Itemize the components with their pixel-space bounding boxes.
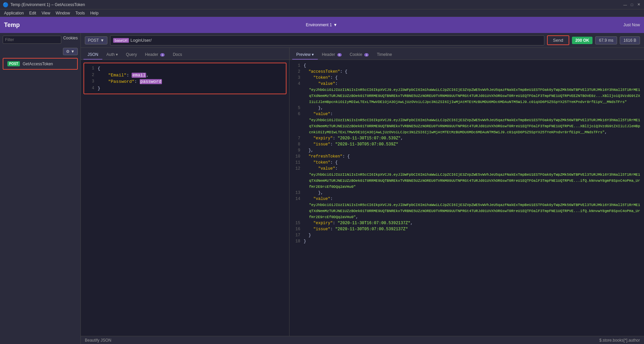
cookies-button[interactable]: Cookies [63,36,78,44]
method-chevron-icon: ▼ [100,38,104,43]
env-chevron-icon: ▼ [333,23,337,27]
close-button[interactable]: ✕ [636,2,641,7]
resp-line-14: 14 "value": [292,196,641,202]
code-line-2: 2 "Email": email, [86,72,284,79]
bottom-bar: Beautify JSON $.store.books[*].author [81,336,644,344]
env-label: Environment 1 [306,23,332,27]
resp-line-12b: "eyJhbGciOiJIUzI1NiIsInR5cCI6IkpXVCJ9.ey… [292,172,641,190]
code-line-3: 3 "Password": password [86,78,284,85]
tab-header[interactable]: Header 1 [141,50,169,60]
maximize-button[interactable]: □ [629,2,635,7]
env-dropdown[interactable]: Environment 1 ▼ [306,23,337,27]
content-area: Cookies ⚙ ▼ POST GetAccessToken POST ▼ [0,33,644,344]
sidebar-actions: ⚙ ▼ [0,46,80,57]
base-url-badge: baseUrl [113,38,129,43]
jsonpath-label: $.store.books[*].author [599,338,640,343]
request-panel: JSON Auth ▾ Query Header 1 Docs 1 { [81,48,290,336]
minimize-button[interactable]: — [622,2,628,7]
resp-line-14b: "eyJhbGciOiJIUzI1NiIsInR5cCI6IkpXVCJ9.ey… [292,202,641,220]
code-line-4: 4 } [86,85,284,92]
tab-preview[interactable]: Preview ▾ [292,50,318,60]
request-code-editor[interactable]: 1 { 2 "Email": email, 3 "Password": pass… [81,60,289,336]
top-bar: Temp Environment 1 ▼ Just Now [0,17,644,33]
resp-line-9: 9 }, [292,147,641,153]
tab-docs[interactable]: Docs [169,50,186,60]
window-controls: — □ ✕ [622,2,641,7]
menu-application[interactable]: Application [1,10,27,16]
resp-line-5: 5 }, [292,105,641,111]
resp-line-4: 4 "value": [292,81,641,87]
beautify-label[interactable]: Beautify JSON [85,338,111,343]
time-badge: 67.9 ms [595,36,617,44]
request-tab-bar: JSON Auth ▾ Query Header 1 Docs [81,48,289,60]
main-panel: POST ▼ baseUrl LoginUser/ Send 200 OK 67… [81,33,644,344]
resp-line-6b: "eyJhbGciOiJIUzI1NiIsInR5cCI6IkpXVCJ9.ey… [292,117,641,135]
action-dropdown-button[interactable]: ⚙ ▼ [63,48,78,55]
menu-bar: Application Edit View Window Tools Help [0,9,644,17]
size-badge: 1616 B [620,36,640,44]
resp-line-4b: "eyJhbGciOiJIUzI1NiIsInR5cCI6IkpXVCJ9.ey… [292,87,641,105]
resp-line-11: 11 "token": { [292,160,641,166]
app-icon: 🔵 [3,2,8,7]
resp-line-18: 18} [292,238,641,244]
tab-auth[interactable]: Auth ▾ [102,50,122,60]
panels-container: JSON Auth ▾ Query Header 1 Docs 1 { [81,48,644,336]
sidebar-filter-area: Cookies [0,33,80,46]
response-code-area[interactable]: 1{ 2 "accessToken": { 3 "token": { 4 "va… [290,60,644,336]
resp-line-16: 16 "issue": "2020-11-30T05:07:00.5392137… [292,226,641,232]
method-select[interactable]: POST ▼ [85,36,107,44]
menu-edit[interactable]: Edit [27,10,39,16]
menu-view[interactable]: View [39,10,53,16]
response-panel: Preview ▾ Header 5 Cookie 1 Timeline 1{ … [290,48,644,336]
resp-line-6: 6 "value": [292,111,641,117]
resp-line-8: 8 "issue": "2020-11-30T05:07:00.539Z" [292,141,641,147]
resp-line-2: 2 "accessToken": { [292,69,641,75]
menu-tools[interactable]: Tools [73,10,88,16]
resp-line-13: 13 }, [292,190,641,196]
menu-window[interactable]: Window [53,10,73,16]
url-bar: baseUrl LoginUser/ [110,35,544,45]
sidebar: Cookies ⚙ ▼ POST GetAccessToken [0,33,81,344]
request-item-getaccesstoken[interactable]: POST GetAccessToken [3,58,78,70]
request-bar: POST ▼ baseUrl LoginUser/ Send 200 OK 67… [81,33,644,48]
request-body-border: 1 { 2 "Email": email, 3 "Password": pass… [83,63,286,94]
code-line-1: 1 { [86,65,284,72]
resp-line-7: 7 "expiry": "2020-11-30T15:07:00.539Z", [292,135,641,141]
tab-cookie[interactable]: Cookie 1 [346,50,373,60]
response-tab-bar: Preview ▾ Header 5 Cookie 1 Timeline [290,48,644,60]
request-name: GetAccessToken [23,62,53,66]
title-bar: 🔵 Temp (Environment 1) – GetAccessToken … [0,0,644,9]
tab-json[interactable]: JSON [83,50,102,60]
app-name: Temp [4,22,20,29]
resp-line-1: 1{ [292,63,641,69]
resp-line-12: 12 "value": [292,166,641,172]
window-title: Temp (Environment 1) – GetAccessToken [10,2,620,7]
post-badge: POST [7,61,20,66]
status-badge: 200 OK [572,37,592,44]
action-chevron-icon: ▼ [71,49,75,54]
send-button[interactable]: Send [547,35,569,45]
timestamp: Just Now [623,23,640,27]
resp-line-3: 3 "token": { [292,75,641,81]
app-body: Temp Environment 1 ▼ Just Now Cookies ⚙ … [0,17,644,344]
method-label: POST [88,38,99,43]
tab-query[interactable]: Query [122,50,141,60]
tab-resp-header[interactable]: Header 5 [318,50,346,60]
url-path: LoginUser/ [130,38,151,43]
resp-line-17: 17 } [292,232,641,238]
filter-input[interactable] [3,36,61,44]
resp-line-15: 15 "expiry": "2020-11-30T16:07:00.539213… [292,220,641,226]
menu-help[interactable]: Help [88,10,101,16]
resp-line-10: 10 "refreshToken": { [292,153,641,160]
tab-timeline[interactable]: Timeline [373,50,396,60]
gear-icon: ⚙ [66,49,70,54]
